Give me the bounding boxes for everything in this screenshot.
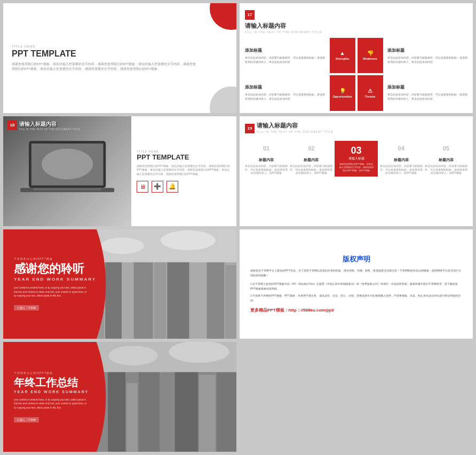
svg-point-3: [42, 149, 93, 180]
svg-point-18: [100, 237, 144, 254]
svg-rect-29: [217, 364, 236, 452]
swot-left-panel: 添加标题 单击此处添加内容，内容要与标题相符，可以直接复制粘贴，请选择有用的关键…: [245, 38, 326, 111]
active-box: 03 请输入标题 感谢您使用我们的PPT模板，请在此输入您需要的文字内容，感谢您…: [335, 141, 377, 177]
icon-add: ➕: [152, 181, 163, 193]
slide-grid: TITLE HERE PPT TEMPLATE 感谢您使用我们的PPT模板，请在…: [0, 0, 476, 455]
strengths-label: Strengths: [336, 57, 350, 60]
swot-opportunities: 💡 Opportunities: [330, 75, 355, 111]
swot-left-top: 添加标题 单击此处添加内容，内容要与标题相符，可以直接复制粘贴，请选择有用的关键…: [245, 47, 326, 64]
slide-7-content: 千库商务办公系列PPT模板 年终工作总结 YEAR END WORK SUMMA…: [3, 361, 99, 434]
desc-3: 感谢您使用我们的PPT模板，请在此输入您需要的文字内容，感谢您使用我们的PPT模…: [137, 164, 231, 177]
add-title-4: 添加标题: [387, 84, 468, 91]
slide-number-18: 18: [7, 121, 17, 130]
copyright-item-1: 1.在千库网上提供的PPT模板均在（RF：Royalty-Free）正版受《中国…: [250, 282, 462, 291]
copyright-item-2: 2.不得将千库网的PPT模板、PPT素材、本身用于再出售、成名总结、过佳、转让、…: [250, 293, 462, 303]
main-cn-5: 感谢您的聆听: [14, 262, 96, 275]
swot-grid: ▲ Strengths 👎 Weakness 💡 Opportunities ⚠…: [330, 38, 383, 111]
city-svg: [85, 229, 236, 339]
swot-layout: 添加标题 单击此处添加内容，内容要与标题相符，可以直接复制粘贴，请选择有用的关键…: [245, 38, 467, 111]
slide-4-title: 请输入标题内容: [257, 122, 334, 130]
tl-desc-1: 单击此处添加内容，内容要与标题相符，可以直接复制粘贴，请选择有用的关键词录入。则…: [245, 165, 288, 175]
swot-right-bottom: 添加标题 单击此处添加内容，内容要与标题相符，可以直接复制粘贴，请选择有用的关键…: [387, 84, 468, 101]
active-desc: 感谢您使用我们的PPT模板，请在此输入您需要的文字内容，感谢您使用我们的PPT模…: [339, 163, 373, 172]
active-label: 请输入标题: [339, 156, 373, 161]
swot-threats: ⚠ Threats: [358, 75, 383, 111]
slide-3: 18 请输入标题内容 FILL IN THE TEXT OF THE DOCUM…: [3, 116, 236, 226]
add-title-3: 添加标题: [245, 84, 326, 91]
swot-right-top: 添加标题 单击此处添加内容，内容要与标题相符，可以直接复制粘贴，请选择有用的关键…: [387, 47, 468, 64]
svg-rect-5: [33, 188, 101, 191]
slide-1: TITLE HERE PPT TEMPLATE 感谢您使用我们的PPT模板，请在…: [3, 3, 236, 113]
swot-weakness: 👎 Weakness: [358, 38, 383, 74]
icon-row: 🖥 ➕ 🔔: [137, 181, 231, 193]
swot-desc-2: 单击此处添加内容，内容要与标题相符，可以直接复制粘贴，请选择有用的关键词录入，单…: [387, 55, 468, 64]
swot-desc-4: 单击此处添加内容，内容要与标题相符，可以直接复制粘贴，请选择有用的关键词录入，单…: [387, 92, 468, 101]
tl-title-5: 标题内容: [439, 157, 454, 163]
tl-num-4: 04: [394, 141, 409, 156]
svg-rect-23: [108, 367, 125, 452]
slide-3-title-area: 请输入标题内容 FILL IN THE TEXT OF THE DOCUMENT…: [19, 121, 81, 131]
tl-num-2: 02: [304, 141, 319, 156]
svg-rect-24: [126, 383, 138, 452]
swot-strengths: ▲ Strengths: [330, 38, 355, 74]
tl-num-5: 05: [439, 141, 454, 156]
tl-title-1: 标题内容: [259, 157, 274, 163]
slide-2-subtitle: FILL IN THE TEXT OF THE DOCUMENT TITLE: [245, 30, 467, 34]
svg-rect-12: [154, 257, 166, 339]
svg-rect-16: [225, 265, 236, 339]
timeline-item-4: 04 标题内容 单击此处添加内容，内容要与标题相符，可以直接复制粘贴，请选择有用…: [380, 141, 423, 175]
opportunities-icon: 💡: [339, 88, 346, 94]
tl-num-1: 01: [259, 141, 274, 156]
icon-bell: 🔔: [166, 181, 178, 193]
main-en-5: YEAR END WORK SUMMARY: [14, 277, 96, 282]
swot-right-panel: 添加标题 单击此处添加内容，内容要与标题相符，可以直接复制粘贴，请选择有用的关键…: [387, 38, 468, 111]
swot-desc-3: 单击此处添加内容，内容要与标题相符，可以直接复制粘贴，请选择有用的关键词录入，单…: [245, 92, 326, 101]
add-title-1: 添加标题: [245, 47, 326, 54]
slide-number-19: 19: [245, 124, 255, 133]
ppt-template-title: PPT TEMPLATE: [12, 49, 199, 59]
slide-4: 19 请输入标题内容 FILL IN THE TEXT OF THE DOCUM…: [240, 116, 473, 226]
slide-number-17: 17: [245, 10, 255, 20]
svg-rect-25: [139, 361, 160, 452]
main-cn-7: 年终工作总结: [14, 377, 89, 388]
gray-curve-bottom: [210, 86, 236, 113]
svg-point-31: [108, 346, 158, 365]
laptop-image: [3, 116, 131, 226]
red-curve-top: [210, 3, 236, 30]
svg-rect-26: [161, 372, 174, 452]
body-text-7: your content is entered here, or by copy…: [14, 398, 89, 410]
slide-2: 17 请输入标题内容 FILL IN THE TEXT OF THE DOCUM…: [240, 3, 473, 113]
city-svg-7: [85, 342, 236, 452]
source-badge-7: 汇报人：千库网: [14, 417, 39, 422]
weakness-label: Weakness: [363, 57, 377, 60]
active-num: 03: [339, 145, 373, 156]
slide-6: 版权声明 感谢您在千库网平台上最先的PPT作品，为了您和千库网以及原始作者的利益…: [240, 229, 473, 339]
tl-desc-5: 单击此处添加内容，内容要与标题相符，可以直接复制粘贴，请选择有用的关键词录入。则…: [425, 165, 467, 175]
swot-left-bottom: 添加标题 单击此处添加内容，内容要与标题相符，可以直接复制粘贴，请选择有用的关键…: [245, 84, 326, 101]
icon-monitor: 🖥: [137, 181, 148, 193]
opportunities-label: Opportunities: [332, 95, 352, 98]
slide-3-right: TITLE HERE PPT TEMPLATE 感谢您使用我们的PPT模板，请在…: [131, 116, 236, 226]
slide-1-desc: 感谢您使用我们的PPT模板，请在此输入您需要的文字内容，感谢您使用我们的PPT模…: [12, 62, 199, 71]
slide-3-title: 请输入标题内容: [19, 121, 81, 128]
slide-1-content: TITLE HERE PPT TEMPLATE 感谢您使用我们的PPT模板，请在…: [3, 3, 207, 113]
svg-rect-9: [105, 251, 122, 339]
laptop-svg: [16, 127, 118, 215]
slide-3-image: 18 请输入标题内容 FILL IN THE TEXT OF THE DOCUM…: [3, 116, 131, 226]
threats-icon: ⚠: [368, 88, 372, 94]
slide-5: 千库商务办公系列PPT模板 感谢您的聆听 YEAR END WORK SUMMA…: [3, 229, 236, 339]
svg-rect-14: [191, 259, 206, 339]
slide-2-title: 请输入标题内容: [245, 22, 467, 30]
timeline-row: 01 标题内容 单击此处添加内容，内容要与标题相符，可以直接复制粘贴，请选择有用…: [245, 141, 467, 219]
slide-4-subtitle: FILL IN THE TEXT OF THE DOCUMENT TITLE: [257, 130, 334, 133]
timeline-item-1: 01 标题内容 单击此处添加内容，内容要与标题相符，可以直接复制粘贴，请选择有用…: [245, 141, 288, 175]
threats-label: Threats: [365, 95, 376, 98]
svg-rect-10: [123, 268, 133, 339]
source-badge-5: 汇报人：千库网: [14, 305, 39, 310]
svg-rect-28: [199, 375, 216, 452]
slide-1-decoration: [207, 3, 236, 113]
tl-title-4: 标题内容: [394, 157, 409, 163]
slide-7: 千库商务办公系列PPT模板 年终工作总结 YEAR END WORK SUMMA…: [3, 342, 236, 452]
series-label-7: 千库商务办公系列PPT模板: [14, 371, 89, 374]
body-text-5: your content is entered here, or by copy…: [14, 286, 89, 298]
